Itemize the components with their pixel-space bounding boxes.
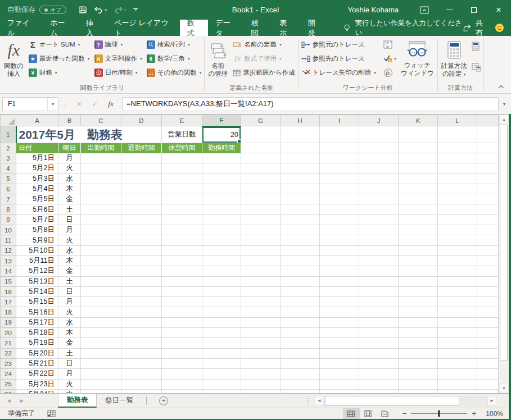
cell-empty[interactable] (202, 245, 241, 255)
cell-empty[interactable] (241, 369, 281, 379)
row-header-24[interactable]: 24 (1, 369, 16, 379)
cell-empty[interactable] (359, 153, 399, 163)
row-header-6[interactable]: 6 (1, 184, 16, 194)
cell-empty[interactable] (162, 297, 202, 307)
cell-empty[interactable] (281, 379, 320, 389)
minimize-button[interactable] (437, 0, 462, 20)
cell-date[interactable]: 5月17日 (16, 317, 58, 327)
calculate-sheet-button[interactable] (470, 60, 483, 74)
cell-empty[interactable] (121, 328, 162, 338)
cell-empty[interactable] (162, 225, 202, 235)
cell-empty[interactable] (320, 389, 359, 393)
name-manager-button[interactable]: 名前 の管理 (205, 37, 230, 83)
cell-empty[interactable] (81, 255, 121, 266)
cell-empty[interactable] (81, 184, 121, 194)
cell-empty[interactable] (399, 348, 438, 358)
cell-empty[interactable] (359, 126, 399, 143)
cell-a1-title[interactable]: 2017年5月 勤務表 (16, 126, 162, 143)
cell-empty[interactable] (320, 266, 359, 276)
ribbon-display-options-button[interactable] (412, 0, 437, 20)
cell-empty[interactable] (81, 369, 121, 379)
cell-empty[interactable] (438, 126, 477, 143)
cell-weekday[interactable]: 日 (58, 286, 81, 296)
account-name[interactable]: Yoshie Kohama (347, 6, 399, 14)
cell-empty[interactable] (359, 235, 399, 245)
cell-empty[interactable] (281, 338, 320, 348)
vertical-scroll-thumb[interactable] (500, 125, 508, 361)
row-header-14[interactable]: 14 (1, 266, 16, 276)
cell-date[interactable]: 5月10日 (16, 245, 58, 255)
cell-weekday[interactable]: 土 (58, 276, 81, 286)
cell-empty[interactable] (162, 317, 202, 327)
evaluate-formula-button[interactable]: fx (382, 66, 398, 80)
autosum-button[interactable]: Σオート SUM▾ (26, 38, 92, 52)
row-header-22[interactable]: 22 (1, 348, 16, 358)
cell-empty[interactable] (121, 389, 162, 393)
cell-empty[interactable] (241, 194, 281, 204)
cell-empty[interactable] (121, 163, 162, 174)
row-header-19[interactable]: 19 (1, 317, 16, 327)
cell-empty[interactable] (438, 338, 477, 348)
cell-empty[interactable] (81, 245, 121, 255)
cell-empty[interactable] (202, 276, 241, 286)
cell-empty[interactable] (320, 214, 359, 225)
cell-empty[interactable] (121, 225, 162, 235)
cell-empty[interactable] (359, 379, 399, 389)
cell-empty[interactable] (320, 276, 359, 286)
cell-date[interactable]: 5月16日 (16, 307, 58, 317)
calculate-now-button[interactable] (470, 39, 483, 53)
cell-empty[interactable] (81, 174, 121, 184)
cell-date[interactable]: 5月15日 (16, 297, 58, 307)
cell-date[interactable]: 5月24日 (16, 389, 58, 393)
cell-empty[interactable] (281, 194, 320, 204)
cell-empty[interactable] (241, 286, 281, 296)
cell-empty[interactable] (399, 143, 438, 153)
row-header-20[interactable]: 20 (1, 328, 16, 338)
cell-empty[interactable] (162, 204, 202, 214)
cell-weekday[interactable]: 月 (58, 297, 81, 307)
cell-empty[interactable] (162, 379, 202, 389)
tab-file[interactable]: ファイル (0, 20, 43, 36)
cell-e1-label[interactable]: 営業日数 (162, 126, 202, 143)
cell-empty[interactable] (359, 328, 399, 338)
cell-empty[interactable] (320, 126, 359, 143)
cell-empty[interactable] (121, 297, 162, 307)
cell-empty[interactable] (399, 126, 438, 143)
cell-empty[interactable] (281, 286, 320, 296)
cell-weekday[interactable]: 木 (58, 328, 81, 338)
row-header-1[interactable]: 1 (1, 126, 16, 143)
cell-empty[interactable] (359, 214, 399, 225)
cell-empty[interactable] (202, 379, 241, 389)
cell-empty[interactable] (477, 204, 499, 214)
cell-empty[interactable] (477, 379, 499, 389)
cell-empty[interactable] (399, 153, 438, 163)
feedback-smiley-button[interactable] (495, 20, 504, 36)
cell-empty[interactable] (121, 266, 162, 276)
cell-f1-active[interactable]: 20 (202, 126, 241, 143)
horizontal-scroll-track[interactable] (324, 396, 487, 406)
cell-empty[interactable] (241, 174, 281, 184)
tab-page-layout[interactable]: ページ レイアウト (107, 20, 180, 36)
cell-empty[interactable] (438, 225, 477, 235)
cell-date[interactable]: 5月23日 (16, 379, 58, 389)
cell-empty[interactable] (438, 163, 477, 174)
customize-qat-button[interactable]: ▾ (130, 3, 141, 17)
cell-empty[interactable] (359, 338, 399, 348)
cell-date[interactable]: 5月9日 (16, 235, 58, 245)
cell-empty[interactable] (202, 184, 241, 194)
undo-button[interactable]: ▾ (91, 3, 110, 17)
cell-weekday[interactable]: 金 (58, 266, 81, 276)
cell-empty[interactable] (320, 338, 359, 348)
lookup-button[interactable]: 検索/行列▾ (144, 38, 204, 52)
cell-empty[interactable] (162, 214, 202, 225)
cell-empty[interactable] (438, 184, 477, 194)
cell-empty[interactable] (399, 328, 438, 338)
vertical-scrollbar[interactable]: ▲ ▼ (499, 115, 509, 393)
record-macro-button[interactable] (47, 410, 56, 417)
cell-empty[interactable] (162, 245, 202, 255)
cell-date[interactable]: 5月13日 (16, 276, 58, 286)
cell-empty[interactable] (81, 307, 121, 317)
tab-review[interactable]: 校閲 (244, 20, 273, 36)
trace-dependents-button[interactable]: 参照先のトレース (299, 52, 378, 66)
cell-empty[interactable] (320, 174, 359, 184)
